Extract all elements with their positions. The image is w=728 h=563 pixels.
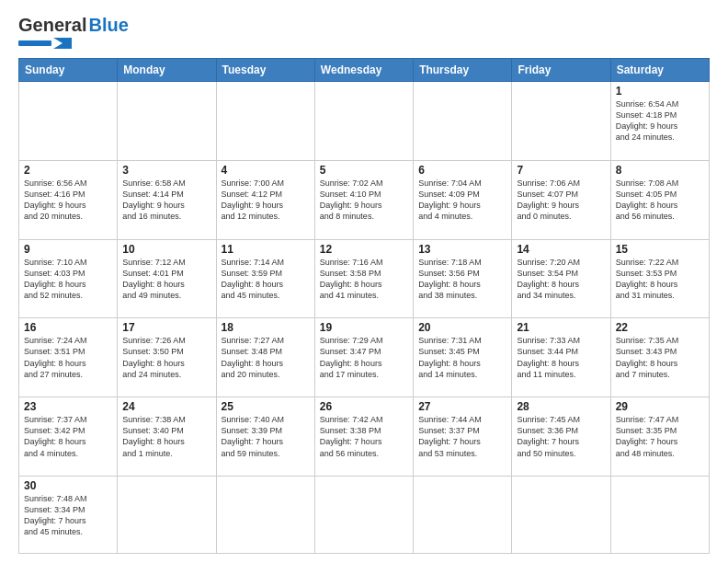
calendar-cell: 21Sunrise: 7:33 AM Sunset: 3:44 PM Dayli… — [512, 318, 610, 397]
calendar-cell: 6Sunrise: 7:04 AM Sunset: 4:09 PM Daylig… — [414, 160, 512, 239]
calendar-cell: 20Sunrise: 7:31 AM Sunset: 3:45 PM Dayli… — [414, 318, 512, 397]
week-row-4: 16Sunrise: 7:24 AM Sunset: 3:51 PM Dayli… — [19, 318, 710, 397]
day-number: 10 — [122, 243, 210, 256]
calendar-cell — [610, 476, 709, 553]
day-info: Sunrise: 7:26 AM Sunset: 3:50 PM Dayligh… — [122, 335, 210, 380]
weekday-header-row: SundayMondayTuesdayWednesdayThursdayFrid… — [19, 59, 710, 82]
header: General Blue — [18, 15, 710, 51]
day-number: 5 — [320, 164, 408, 177]
weekday-header-wednesday: Wednesday — [314, 59, 413, 82]
day-number: 21 — [517, 321, 605, 334]
day-number: 1 — [616, 85, 704, 98]
day-number: 29 — [616, 400, 704, 413]
day-number: 28 — [517, 400, 605, 413]
calendar-cell — [314, 476, 413, 553]
week-row-1: 1Sunrise: 6:54 AM Sunset: 4:18 PM Daylig… — [19, 82, 710, 161]
day-number: 11 — [222, 243, 310, 256]
day-number: 16 — [24, 321, 112, 334]
day-number: 25 — [222, 400, 310, 413]
weekday-header-thursday: Thursday — [414, 59, 512, 82]
day-number: 13 — [418, 243, 506, 256]
calendar-cell: 1Sunrise: 6:54 AM Sunset: 4:18 PM Daylig… — [610, 82, 709, 161]
calendar-cell: 5Sunrise: 7:02 AM Sunset: 4:10 PM Daylig… — [314, 160, 413, 239]
week-row-5: 23Sunrise: 7:37 AM Sunset: 3:42 PM Dayli… — [19, 397, 710, 477]
day-info: Sunrise: 7:38 AM Sunset: 3:40 PM Dayligh… — [122, 414, 210, 459]
day-number: 7 — [517, 164, 605, 177]
svg-rect-1 — [18, 40, 51, 46]
calendar-cell — [118, 476, 216, 553]
page: General Blue SundayMondayTuesdayWednesda… — [0, 0, 728, 563]
weekday-header-sunday: Sunday — [19, 59, 118, 82]
calendar-cell: 22Sunrise: 7:35 AM Sunset: 3:43 PM Dayli… — [610, 318, 709, 397]
calendar-cell: 11Sunrise: 7:14 AM Sunset: 3:59 PM Dayli… — [216, 239, 314, 318]
calendar-cell — [414, 82, 512, 161]
calendar-cell — [512, 476, 610, 553]
day-info: Sunrise: 7:31 AM Sunset: 3:45 PM Dayligh… — [418, 335, 506, 380]
day-info: Sunrise: 7:14 AM Sunset: 3:59 PM Dayligh… — [222, 257, 310, 302]
day-info: Sunrise: 7:47 AM Sunset: 3:35 PM Dayligh… — [616, 414, 704, 459]
day-info: Sunrise: 7:06 AM Sunset: 4:07 PM Dayligh… — [517, 178, 605, 223]
calendar-cell: 25Sunrise: 7:40 AM Sunset: 3:39 PM Dayli… — [216, 397, 314, 477]
calendar-cell: 4Sunrise: 7:00 AM Sunset: 4:12 PM Daylig… — [216, 160, 314, 239]
day-info: Sunrise: 7:10 AM Sunset: 4:03 PM Dayligh… — [24, 257, 112, 302]
day-number: 30 — [24, 479, 112, 492]
day-info: Sunrise: 7:24 AM Sunset: 3:51 PM Dayligh… — [24, 335, 112, 380]
day-info: Sunrise: 7:02 AM Sunset: 4:10 PM Dayligh… — [320, 178, 408, 223]
calendar-cell: 19Sunrise: 7:29 AM Sunset: 3:47 PM Dayli… — [314, 318, 413, 397]
day-info: Sunrise: 7:40 AM Sunset: 3:39 PM Dayligh… — [222, 414, 310, 459]
logo: General Blue — [18, 15, 129, 51]
day-number: 2 — [24, 164, 112, 177]
calendar-cell: 7Sunrise: 7:06 AM Sunset: 4:07 PM Daylig… — [512, 160, 610, 239]
day-number: 17 — [122, 321, 210, 334]
day-number: 15 — [616, 243, 704, 256]
day-number: 18 — [222, 321, 310, 334]
calendar-cell: 17Sunrise: 7:26 AM Sunset: 3:50 PM Dayli… — [118, 318, 216, 397]
week-row-3: 9Sunrise: 7:10 AM Sunset: 4:03 PM Daylig… — [19, 239, 710, 318]
day-info: Sunrise: 7:22 AM Sunset: 3:53 PM Dayligh… — [616, 257, 704, 302]
day-info: Sunrise: 7:08 AM Sunset: 4:05 PM Dayligh… — [616, 178, 704, 223]
calendar-cell: 10Sunrise: 7:12 AM Sunset: 4:01 PM Dayli… — [118, 239, 216, 318]
calendar-cell — [314, 82, 413, 161]
day-number: 8 — [616, 164, 704, 177]
day-number: 20 — [418, 321, 506, 334]
logo-blue-text: Blue — [88, 15, 128, 36]
calendar-cell: 2Sunrise: 6:56 AM Sunset: 4:16 PM Daylig… — [19, 160, 118, 239]
calendar-cell — [414, 476, 512, 553]
day-number: 14 — [517, 243, 605, 256]
calendar-cell — [216, 82, 314, 161]
day-info: Sunrise: 7:35 AM Sunset: 3:43 PM Dayligh… — [616, 335, 704, 380]
day-number: 4 — [222, 164, 310, 177]
logo-icon — [18, 36, 74, 51]
logo-general-text: General — [18, 15, 86, 36]
day-info: Sunrise: 7:04 AM Sunset: 4:09 PM Dayligh… — [418, 178, 506, 223]
day-number: 3 — [122, 164, 210, 177]
day-info: Sunrise: 7:42 AM Sunset: 3:38 PM Dayligh… — [320, 414, 408, 459]
svg-marker-0 — [53, 38, 72, 49]
calendar-cell: 15Sunrise: 7:22 AM Sunset: 3:53 PM Dayli… — [610, 239, 709, 318]
calendar-cell: 13Sunrise: 7:18 AM Sunset: 3:56 PM Dayli… — [414, 239, 512, 318]
calendar-cell: 26Sunrise: 7:42 AM Sunset: 3:38 PM Dayli… — [314, 397, 413, 477]
calendar-cell: 23Sunrise: 7:37 AM Sunset: 3:42 PM Dayli… — [19, 397, 118, 477]
calendar-cell: 29Sunrise: 7:47 AM Sunset: 3:35 PM Dayli… — [610, 397, 709, 477]
calendar-cell: 28Sunrise: 7:45 AM Sunset: 3:36 PM Dayli… — [512, 397, 610, 477]
day-number: 12 — [320, 243, 408, 256]
day-info: Sunrise: 7:12 AM Sunset: 4:01 PM Dayligh… — [122, 257, 210, 302]
calendar-cell — [216, 476, 314, 553]
day-number: 23 — [24, 400, 112, 413]
calendar-cell: 14Sunrise: 7:20 AM Sunset: 3:54 PM Dayli… — [512, 239, 610, 318]
calendar-cell — [118, 82, 216, 161]
calendar-cell: 9Sunrise: 7:10 AM Sunset: 4:03 PM Daylig… — [19, 239, 118, 318]
week-row-6: 30Sunrise: 7:48 AM Sunset: 3:34 PM Dayli… — [19, 476, 710, 553]
day-number: 22 — [616, 321, 704, 334]
day-number: 26 — [320, 400, 408, 413]
day-info: Sunrise: 6:54 AM Sunset: 4:18 PM Dayligh… — [616, 98, 704, 144]
day-info: Sunrise: 7:27 AM Sunset: 3:48 PM Dayligh… — [222, 335, 310, 380]
day-info: Sunrise: 7:29 AM Sunset: 3:47 PM Dayligh… — [320, 335, 408, 380]
weekday-header-monday: Monday — [118, 59, 216, 82]
day-info: Sunrise: 7:18 AM Sunset: 3:56 PM Dayligh… — [418, 257, 506, 302]
day-info: Sunrise: 7:33 AM Sunset: 3:44 PM Dayligh… — [517, 335, 605, 380]
calendar-cell — [512, 82, 610, 161]
day-number: 19 — [320, 321, 408, 334]
week-row-2: 2Sunrise: 6:56 AM Sunset: 4:16 PM Daylig… — [19, 160, 710, 239]
weekday-header-saturday: Saturday — [610, 59, 709, 82]
